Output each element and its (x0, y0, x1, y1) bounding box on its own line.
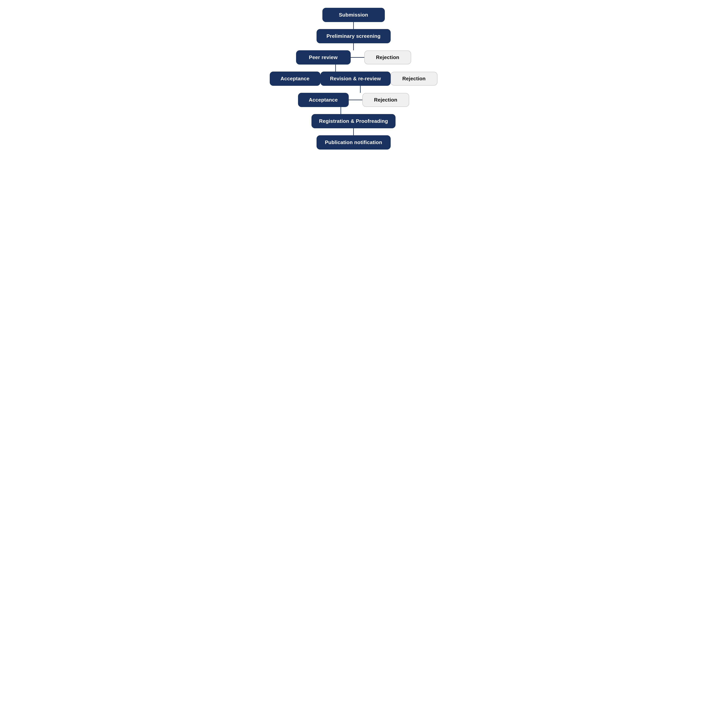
preliminary-screening-node: Preliminary screening (317, 29, 391, 43)
submission-node: Submission (322, 8, 385, 22)
connector-4-v (360, 86, 361, 93)
connector-5-inner (276, 107, 432, 114)
reg-section: Registration & Proofreading (276, 114, 432, 128)
connector-3-inner (276, 65, 432, 72)
row4: Acceptance Revision & re-review Rejectio… (276, 72, 432, 86)
registration-proofreading-node: Registration & Proofreading (311, 114, 396, 128)
prelim-section: Preliminary screening (276, 29, 432, 43)
peer-review-node: Peer review (296, 50, 351, 65)
acceptance-1-node: Acceptance (270, 72, 321, 86)
peer-review-row: Peer review Rejection (276, 50, 432, 65)
acceptance-2-node: Acceptance (298, 93, 349, 107)
connector-4-wrapper (276, 86, 432, 93)
submission-section: Submission (276, 8, 432, 22)
revision-re-review-node: Revision & re-review (321, 72, 391, 86)
diagram: Submission Preliminary screening Peer re… (276, 8, 432, 150)
connector-6 (353, 128, 354, 135)
rejection-2-node: Rejection (391, 72, 437, 85)
row5: Acceptance Rejection (276, 93, 432, 107)
connector-5-wrapper (276, 107, 432, 114)
rejection-3-node: Rejection (362, 93, 409, 107)
connector-3-v (335, 65, 336, 72)
connector-2 (353, 43, 354, 50)
rejection-1-node: Rejection (364, 51, 411, 64)
connector-5-v (341, 107, 341, 114)
h-connector-3 (351, 57, 364, 58)
connector-4-inner (276, 86, 432, 93)
publication-notification-node: Publication notification (317, 135, 391, 150)
connector-3-wrapper (276, 65, 432, 72)
h-conn-5 (349, 100, 362, 100)
connector-1 (353, 22, 354, 29)
publication-section: Publication notification (276, 135, 432, 150)
